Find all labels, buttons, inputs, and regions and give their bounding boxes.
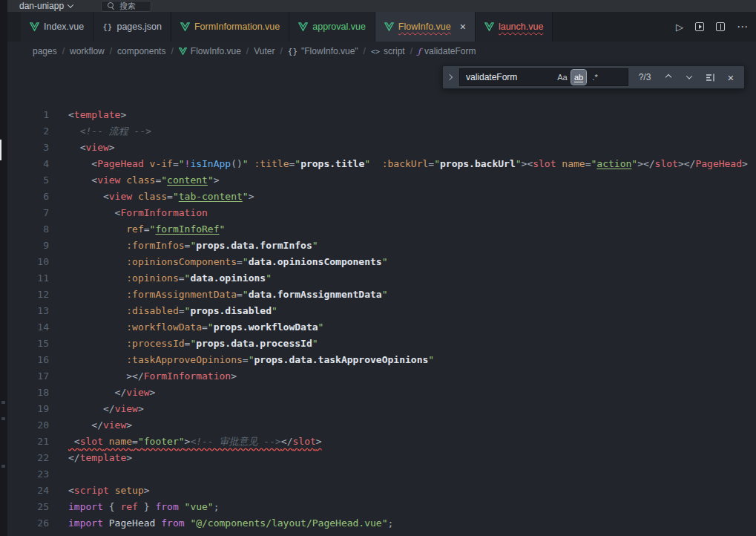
active-view-indicator [0, 140, 1, 160]
tab-label: pages.json [116, 22, 161, 32]
tab-pages-json[interactable]: {}pages.json [93, 12, 171, 42]
code-line[interactable]: 25import { ref } from "vue"; [7, 499, 756, 515]
match-case-button[interactable]: Aa [555, 70, 570, 85]
code-line[interactable]: 5 <view class="content"> [7, 172, 756, 189]
line-content: :workflowData="props.workflowData" [68, 319, 323, 336]
close-find-button[interactable]: × [723, 70, 738, 85]
whole-word-button[interactable]: ab [571, 70, 586, 85]
line-content: <template> [68, 107, 126, 123]
code-line[interactable]: 20 </view> [7, 417, 756, 434]
line-content: <view class="content"> [68, 172, 220, 189]
breadcrumb-item-pages[interactable]: pages [31, 46, 59, 56]
run-button[interactable]: ▷ [676, 22, 683, 33]
line-content: <script setup> [68, 483, 150, 499]
code-line[interactable]: 18 </view> [7, 385, 756, 401]
code-line[interactable]: 16 :taskApproveOpinions="props.data.task… [7, 352, 756, 368]
code-line[interactable]: 24<script setup> [7, 483, 756, 499]
code-line[interactable]: 26import PageHead from "@/components/lay… [7, 515, 756, 532]
line-content: :opinions="data.opinions" [68, 270, 272, 287]
tab-flowinfo-vue[interactable]: FlowInfo.vue× [375, 12, 476, 42]
code-line[interactable]: 6 <view class="tab-content"> [7, 189, 756, 205]
find-in-selection-button[interactable] [703, 70, 717, 85]
tab-index-vue[interactable]: Index.vue [21, 12, 93, 42]
close-icon[interactable]: × [460, 22, 466, 32]
sidebar-mark [1, 465, 5, 468]
chevron-right-icon [447, 74, 453, 80]
code-line[interactable]: 23 [7, 466, 756, 483]
vue-icon [384, 22, 394, 31]
breadcrumb-label: components [117, 46, 165, 56]
line-number: 10 [7, 254, 49, 270]
breadcrumb-separator: / [110, 46, 112, 56]
tab-label: Index.vue [44, 22, 84, 32]
breadcrumb-item-flowinfo-vue[interactable]: FlowInfo.vue [177, 46, 243, 56]
title-bar: dan-uniapp 搜索 [7, 0, 756, 12]
code-line[interactable]: 17 ></FormInformation> [7, 368, 756, 385]
editor[interactable]: Aa ab .* ?/3 × 1<template>2 <!-- 流程 -->3… [7, 61, 756, 536]
code-line[interactable]: 13 :disabled="props.disabled" [7, 303, 756, 319]
code-area[interactable]: 1<template>2 <!-- 流程 -->3 <view>4 <PageH… [7, 61, 756, 532]
activity-bar[interactable] [0, 0, 7, 536]
breadcrumb: pages/workflow/components/FlowInfo.vue/V… [7, 42, 756, 61]
next-match-button[interactable] [682, 70, 697, 85]
code-line[interactable]: 9 :formInfos="props.data.formInfos" [7, 238, 756, 254]
line-content: <FormInformation [68, 205, 208, 221]
breadcrumb-item-vuter[interactable]: Vuter [252, 46, 276, 56]
braces-icon: {} [102, 22, 112, 32]
line-number: 14 [7, 319, 49, 336]
line-number: 23 [7, 466, 49, 483]
breadcrumb-separator: / [280, 46, 282, 56]
line-number: 15 [7, 336, 49, 352]
run-file-button[interactable] [695, 22, 704, 31]
titlebar-search[interactable]: 搜索 [101, 1, 151, 12]
line-number: 12 [7, 287, 49, 303]
more-actions-button[interactable]: ⋯ [737, 20, 749, 33]
find-input[interactable] [466, 72, 553, 82]
tabs: Index.vue{}pages.jsonFormInformation.vue… [21, 12, 553, 42]
code-line[interactable]: 12 :formAssignmentData="data.formAssignm… [7, 287, 756, 303]
breadcrumb-item--flowinfo-vue-[interactable]: {}"FlowInfo.vue" [286, 46, 360, 56]
regex-button[interactable]: .* [588, 70, 602, 85]
code-line[interactable]: 2 <!-- 流程 --> [7, 123, 756, 140]
line-content: <!-- 流程 --> [68, 123, 151, 140]
find-in-selection-icon [706, 73, 715, 82]
code-line[interactable]: 10 :opinionsComponents="data.opinionsCom… [7, 254, 756, 270]
sidebar-mark [1, 401, 5, 404]
breadcrumb-separator: / [62, 46, 65, 56]
breadcrumb-item-components[interactable]: components [116, 46, 167, 56]
toggle-replace-button[interactable] [446, 75, 453, 79]
code-line[interactable]: 8 ref="formInfoRef" [7, 221, 756, 238]
code-line[interactable]: 11 :opinions="data.opinions" [7, 270, 756, 287]
project-menu[interactable]: dan-uniapp [12, 0, 80, 12]
code-line[interactable]: 4 <PageHead v-if="!isInApp()" :title="pr… [7, 156, 756, 172]
code-line[interactable]: 3 <view> [7, 140, 756, 156]
previous-match-button[interactable] [661, 70, 676, 85]
breadcrumb-label: pages [33, 46, 57, 56]
line-number: 4 [7, 156, 49, 172]
code-line[interactable]: 1<template> [7, 107, 756, 123]
code-line[interactable]: 7 <FormInformation [7, 205, 756, 221]
breadcrumb-label: "FlowInfo.vue" [301, 46, 358, 56]
line-number: 7 [7, 205, 49, 221]
split-editor-button[interactable] [716, 22, 725, 31]
code-line[interactable]: 14 :workflowData="props.workflowData" [7, 319, 756, 336]
tab-forminformation-vue[interactable]: FormInformation.vue [171, 12, 289, 42]
breadcrumb-separator: / [171, 46, 173, 56]
line-number: 24 [7, 483, 49, 499]
code-line[interactable]: 22</template> [7, 450, 756, 466]
breadcrumb-item-workflow[interactable]: workflow [68, 46, 106, 56]
breadcrumb-item-script[interactable]: <>script [369, 46, 407, 56]
tab-approval-vue[interactable]: approval.vue [289, 12, 375, 42]
code-line[interactable]: 21 <slot name="footer"><!-- 审批意见 --></sl… [7, 434, 756, 450]
line-number: 22 [7, 450, 49, 466]
breadcrumb-item-validateform[interactable]: ƒvalidateForm [416, 46, 477, 56]
symbol-module-icon: <> [371, 48, 380, 56]
box-play-icon [695, 22, 704, 31]
breadcrumb-separator: / [246, 46, 249, 56]
code-line[interactable]: 19 </view> [7, 401, 756, 417]
line-content: :formInfos="props.data.formInfos" [68, 238, 318, 254]
line-content: </view> [68, 385, 155, 401]
code-line[interactable]: 15 :processId="props.data.processId" [7, 336, 756, 352]
tab-bar: Index.vue{}pages.jsonFormInformation.vue… [7, 12, 756, 42]
tab-launch-vue[interactable]: launch.vue [476, 12, 553, 42]
